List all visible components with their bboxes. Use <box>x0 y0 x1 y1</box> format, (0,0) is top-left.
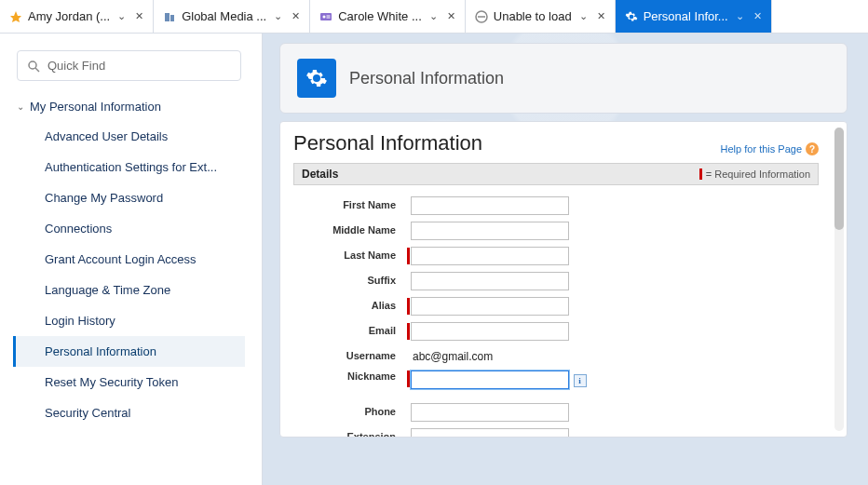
required-legend: = Required Information <box>699 168 810 180</box>
help-label: Help for this Page <box>721 143 802 155</box>
required-mark-icon <box>407 298 410 315</box>
required-bar-icon <box>699 168 702 180</box>
input-extension[interactable] <box>411 428 569 438</box>
content-card: Personal Information Help for this Page … <box>279 121 848 438</box>
label-last-name: Last Name <box>293 249 405 262</box>
tab-unable-to-load[interactable]: Unable to load ⌄ ✕ <box>466 0 616 33</box>
svg-rect-6 <box>327 17 331 18</box>
sidebar-tree: Advanced User Details Authentication Set… <box>13 121 245 428</box>
chevron-down-icon[interactable]: ⌄ <box>736 10 744 22</box>
sidebar-item-login-history[interactable]: Login History <box>13 305 245 336</box>
close-icon[interactable]: ✕ <box>753 10 762 22</box>
input-alias[interactable] <box>411 297 569 316</box>
input-nickname[interactable] <box>411 370 569 389</box>
required-note-text: = Required Information <box>706 168 810 180</box>
svg-point-9 <box>29 61 36 69</box>
details-section-header: Details = Required Information <box>293 163 819 185</box>
input-email[interactable] <box>411 322 569 341</box>
page-header-card: Personal Information <box>279 43 848 114</box>
chevron-down-icon: ⌄ <box>17 101 24 112</box>
sidebar-item-connections[interactable]: Connections <box>13 213 245 244</box>
quick-find-input[interactable]: Quick Find <box>17 50 241 81</box>
tab-label: Unable to load <box>494 9 572 23</box>
error-icon <box>475 10 488 23</box>
tree-header-label: My Personal Information <box>30 100 161 114</box>
sidebar-item-grant-account-login-access[interactable]: Grant Account Login Access <box>13 244 245 275</box>
input-phone[interactable] <box>411 403 569 422</box>
close-icon[interactable]: ✕ <box>597 10 605 22</box>
svg-point-4 <box>323 15 326 18</box>
sidebar-item-language-time-zone[interactable]: Language & Time Zone <box>13 275 245 305</box>
label-middle-name: Middle Name <box>293 224 405 236</box>
chevron-down-icon[interactable]: ⌄ <box>117 10 126 22</box>
details-title: Details <box>302 168 338 181</box>
lead-icon <box>9 10 22 23</box>
input-last-name[interactable] <box>411 247 569 265</box>
sidebar-item-change-my-password[interactable]: Change My Password <box>13 182 245 213</box>
svg-rect-1 <box>165 13 170 21</box>
label-extension: Extension <box>293 431 405 437</box>
label-email: Email <box>293 325 405 337</box>
tab-label: Carole White ... <box>338 9 422 23</box>
svg-rect-3 <box>320 13 332 20</box>
required-mark-icon <box>407 323 410 340</box>
svg-marker-0 <box>10 11 21 22</box>
required-mark-icon <box>407 370 410 387</box>
help-icon: ? <box>806 142 819 155</box>
tree-header-my-personal-information[interactable]: ⌄ My Personal Information <box>13 96 245 121</box>
label-first-name: First Name <box>293 199 405 211</box>
tab-global-media[interactable]: Global Media ... ⌄ ✕ <box>154 0 310 33</box>
tab-carole-white[interactable]: Carole White ... ⌄ ✕ <box>310 0 466 33</box>
sidebar-item-security-central[interactable]: Security Central <box>13 397 245 428</box>
details-form: First Name Middle Name Last Name <box>293 185 819 437</box>
sidebar-item-advanced-user-details[interactable]: Advanced User Details <box>13 121 245 152</box>
tab-amy-jordan[interactable]: Amy Jordan (... ⌄ ✕ <box>0 0 154 33</box>
tab-label: Personal Infor... <box>644 9 728 23</box>
label-suffix: Suffix <box>293 275 405 287</box>
sidebar: Quick Find ⌄ My Personal Information Adv… <box>0 34 263 485</box>
value-username: abc@gmail.com <box>411 350 493 363</box>
sidebar-item-reset-my-security-token[interactable]: Reset My Security Token <box>13 367 245 397</box>
input-middle-name[interactable] <box>411 222 569 240</box>
info-icon[interactable]: i <box>574 374 587 387</box>
close-icon[interactable]: ✕ <box>135 10 143 22</box>
tab-label: Global Media ... <box>182 9 266 23</box>
label-nickname: Nickname <box>293 370 405 383</box>
account-icon <box>163 10 176 23</box>
chevron-down-icon[interactable]: ⌄ <box>274 10 282 22</box>
required-mark-icon <box>407 248 410 264</box>
sidebar-item-authentication-settings[interactable]: Authentication Settings for Ext... <box>13 152 245 182</box>
help-for-this-page-link[interactable]: Help for this Page ? <box>721 142 819 155</box>
input-suffix[interactable] <box>411 272 569 290</box>
page-header-title: Personal Information <box>349 69 504 88</box>
workspace-tabbar: Amy Jordan (... ⌄ ✕ Global Media ... ⌄ ✕… <box>0 0 868 34</box>
tab-personal-information[interactable]: Personal Infor... ⌄ ✕ <box>616 0 772 33</box>
label-alias: Alias <box>293 300 405 312</box>
close-icon[interactable]: ✕ <box>292 10 300 22</box>
close-icon[interactable]: ✕ <box>447 10 455 22</box>
chevron-down-icon[interactable]: ⌄ <box>579 10 588 22</box>
svg-rect-5 <box>327 15 331 16</box>
quick-find-placeholder: Quick Find <box>47 59 105 73</box>
label-username: Username <box>293 350 405 362</box>
svg-line-10 <box>35 68 39 72</box>
workspace: Quick Find ⌄ My Personal Information Adv… <box>0 34 868 485</box>
chevron-down-icon[interactable]: ⌄ <box>429 10 438 22</box>
input-first-name[interactable] <box>411 196 569 215</box>
content-scrollbar-thumb[interactable] <box>834 128 844 230</box>
svg-rect-2 <box>170 15 174 21</box>
gear-icon <box>297 59 336 98</box>
contact-icon <box>319 10 332 23</box>
gear-icon <box>625 10 638 23</box>
search-icon <box>27 60 40 73</box>
label-phone: Phone <box>293 406 405 418</box>
page-title: Personal Information <box>293 131 482 155</box>
tab-label: Amy Jordan (... <box>28 9 110 23</box>
main-area: Personal Information Personal Informatio… <box>263 34 868 485</box>
sidebar-item-personal-information[interactable]: Personal Information <box>13 336 245 367</box>
